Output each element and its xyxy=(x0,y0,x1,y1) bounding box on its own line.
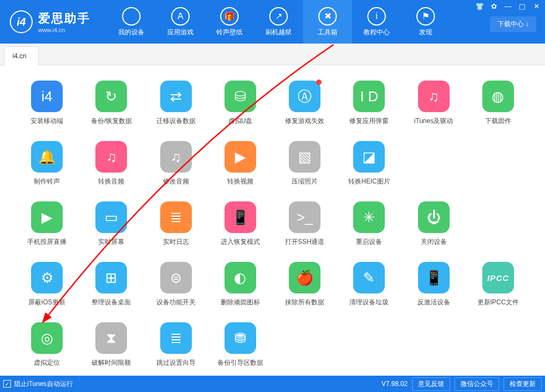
check-update-button[interactable]: 检查更新 xyxy=(504,377,542,391)
tool-icon: >_ xyxy=(289,201,320,233)
tool-icon: ≣ xyxy=(160,201,192,233)
nav-item-1[interactable]: A应用游戏 xyxy=(156,0,205,44)
tool-label: 修复游戏失效 xyxy=(285,117,324,126)
tool-icon: ♫ xyxy=(160,141,192,173)
nav-label: 刷机越狱 xyxy=(265,28,292,37)
tool-label: 虚拟定位 xyxy=(34,358,60,367)
nav-label: 我的设备 xyxy=(118,28,144,37)
tool-label: 进入恢复模式 xyxy=(221,237,260,247)
tool-icon: ⚙ xyxy=(31,262,63,293)
nav-item-0[interactable]: 我的设备 xyxy=(107,0,156,44)
tool-虚拟U盘[interactable]: ⛁虚拟U盘 xyxy=(211,81,270,126)
tool-label: 反激活设备 xyxy=(417,298,450,307)
tool-屏蔽iOS更新[interactable]: ⚙屏蔽iOS更新 xyxy=(17,262,76,307)
tool-label: 转换HEIC图片 xyxy=(348,177,390,186)
tool-迁移设备数据[interactable]: ⇄迁移设备数据 xyxy=(147,81,205,126)
app-title: 爱思助手 xyxy=(38,10,90,27)
tool-label: 重启设备 xyxy=(356,237,382,247)
settings-icon[interactable]: ✿ xyxy=(489,2,498,10)
tool-实时屏幕[interactable]: ▭实时屏幕 xyxy=(82,201,141,247)
tool-抹除所有数据[interactable]: 🍎抹除所有数据 xyxy=(275,262,334,307)
tool-转换视频[interactable]: ▶转换视频 xyxy=(211,141,270,186)
nav-label: 发现 xyxy=(419,28,432,37)
close-icon[interactable]: ✕ xyxy=(532,2,541,10)
tool-更新IPCC文件[interactable]: IPCC更新IPCC文件 xyxy=(469,262,528,307)
tool-安装移动端[interactable]: i4安装移动端 xyxy=(17,81,76,126)
tool-label: 转换音频 xyxy=(98,177,124,186)
tool-icon: ≣ xyxy=(160,322,192,354)
tool-整理设备桌面[interactable]: ⊞整理设备桌面 xyxy=(82,262,141,307)
tool-icon: ▶ xyxy=(31,201,63,233)
tool-实时日志[interactable]: ≣实时日志 xyxy=(147,201,205,247)
tool-icon: ✳ xyxy=(353,201,385,233)
tool-icon: ⏻ xyxy=(418,201,450,233)
tool-label: 删除顽固图标 xyxy=(221,298,260,307)
tool-icon: Ⓐ xyxy=(289,81,320,112)
tool-label: 修复应用弹窗 xyxy=(349,117,389,126)
tab-i4cn[interactable]: i4.cn xyxy=(4,46,39,65)
badge-dot xyxy=(316,79,322,85)
tool-label: 实时屏幕 xyxy=(98,237,124,247)
app-subtitle: www.i4.cn xyxy=(38,27,90,33)
status-bar: ✓ 阻止iTunes自动运行 V7.98.02 意见反馈 微信公众号 检查更新 xyxy=(0,376,545,392)
nav-icon: ✖ xyxy=(318,7,337,26)
tool-下载固件[interactable]: ◍下载固件 xyxy=(469,81,528,126)
tool-label: 屏蔽iOS更新 xyxy=(28,298,65,307)
tool-icon: 🔔 xyxy=(31,141,63,173)
tool-icon: i4 xyxy=(31,81,63,112)
tool-设备功能开关[interactable]: ⊜设备功能开关 xyxy=(147,262,205,307)
tool-虚拟定位[interactable]: ◎虚拟定位 xyxy=(17,322,76,367)
tool-删除顽固图标[interactable]: ◐删除顽固图标 xyxy=(211,262,270,307)
tool-压缩照片[interactable]: ▧压缩照片 xyxy=(275,141,334,186)
tool-重启设备[interactable]: ✳重启设备 xyxy=(340,201,398,247)
tool-label: 实时日志 xyxy=(163,237,189,247)
tool-打开SSH通道[interactable]: >_打开SSH通道 xyxy=(275,201,334,247)
tool-关闭设备[interactable]: ⏻关闭设备 xyxy=(404,201,463,247)
tool-反激活设备[interactable]: 📱反激活设备 xyxy=(404,262,463,307)
block-itunes-checkbox[interactable]: ✓ xyxy=(3,380,11,388)
nav-item-6[interactable]: ⚑发现 xyxy=(401,0,450,44)
tool-制作铃声[interactable]: 🔔制作铃声 xyxy=(17,141,76,186)
shirt-icon[interactable]: 👕 xyxy=(475,2,484,10)
main-nav: 我的设备A应用游戏🎁铃声壁纸↗刷机越狱✖工具箱i教程中心⚑发现 xyxy=(107,0,450,44)
tool-转换音频[interactable]: ♫转换音频 xyxy=(82,141,141,186)
tool-修复游戏失效[interactable]: Ⓐ修复游戏失效 xyxy=(275,81,334,126)
nav-item-3[interactable]: ↗刷机越狱 xyxy=(254,0,303,44)
nav-label: 教程中心 xyxy=(364,28,390,37)
nav-item-2[interactable]: 🎁铃声壁纸 xyxy=(205,0,254,44)
content-area: i4安装移动端↻备份/恢复数据⇄迁移设备数据⛁虚拟U盘Ⓐ修复游戏失效I D修复应… xyxy=(0,65,545,376)
tool-清理设备垃圾[interactable]: ✎清理设备垃圾 xyxy=(340,262,398,307)
tool-icon: ⧗ xyxy=(95,322,127,354)
tool-icon: ⊞ xyxy=(95,262,127,293)
tool-转换HEIC图片[interactable]: ◪转换HEIC图片 xyxy=(340,141,398,186)
title-bar: i4 爱思助手 www.i4.cn 我的设备A应用游戏🎁铃声壁纸↗刷机越狱✖工具… xyxy=(0,0,545,44)
tool-跳过设置向导[interactable]: ≣跳过设置向导 xyxy=(147,322,205,367)
tool-label: 迁移设备数据 xyxy=(156,117,196,126)
tool-icon: ⛁ xyxy=(225,81,256,112)
nav-item-4[interactable]: ✖工具箱 xyxy=(303,0,352,44)
tool-icon: ⇄ xyxy=(160,81,192,112)
tool-备份引导区数据[interactable]: ⛃备份引导区数据 xyxy=(211,322,270,367)
nav-item-5[interactable]: i教程中心 xyxy=(352,0,401,44)
nav-icon: 🎁 xyxy=(220,7,239,26)
tool-iTunes及驱动[interactable]: ♫iTunes及驱动 xyxy=(404,81,463,126)
tool-备份/恢复数据[interactable]: ↻备份/恢复数据 xyxy=(82,81,141,126)
download-center-button[interactable]: 下载中心 ↓ xyxy=(490,16,536,32)
maximize-icon[interactable]: ▢ xyxy=(518,2,526,10)
tool-icon: 📱 xyxy=(418,262,450,293)
tool-icon: I D xyxy=(353,81,385,112)
tool-修改音频[interactable]: ♫修改音频 xyxy=(147,141,205,186)
wechat-button[interactable]: 微信公众号 xyxy=(455,377,499,391)
tool-修复应用弹窗[interactable]: I D修复应用弹窗 xyxy=(340,81,398,126)
feedback-button[interactable]: 意见反馈 xyxy=(412,377,450,391)
tool-label: 清理设备垃圾 xyxy=(349,298,389,307)
tool-破解时间限额[interactable]: ⧗破解时间限额 xyxy=(82,322,141,367)
tool-label: 备份/恢复数据 xyxy=(91,117,132,126)
tool-进入恢复模式[interactable]: 📱进入恢复模式 xyxy=(211,201,270,247)
tool-icon: ◎ xyxy=(31,322,63,354)
tool-label: 制作铃声 xyxy=(34,177,60,186)
tab-bar: i4.cn xyxy=(0,44,545,65)
tool-手机投屏直播[interactable]: ▶手机投屏直播 xyxy=(17,201,76,247)
minimize-icon[interactable]: — xyxy=(504,2,512,10)
tool-label: iTunes及驱动 xyxy=(414,117,453,126)
